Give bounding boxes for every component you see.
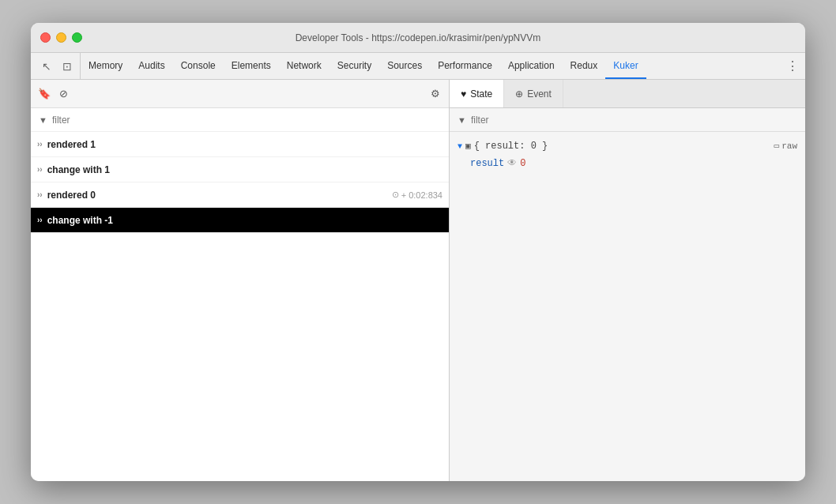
state-root-row: ▼ ▣ { result: 0 } ▭ raw	[458, 138, 797, 156]
log-entry-change-with-minus1[interactable]: ›› change with -1	[31, 208, 449, 233]
left-filter-bar: ▼	[31, 108, 449, 132]
nav-tabs: Memory Audits Console Elements Network S…	[81, 53, 780, 79]
left-filter-input[interactable]	[52, 115, 441, 126]
toolbar-icons-group: ↖ ⊡	[34, 53, 81, 79]
state-key-value: 0	[520, 156, 525, 173]
log-entry-name: change with 1	[47, 164, 442, 175]
tab-security[interactable]: Security	[330, 53, 379, 79]
expand-arrow: ››	[37, 190, 43, 199]
tab-console[interactable]: Console	[173, 53, 224, 79]
log-entry-rendered-1[interactable]: ›› rendered 1	[31, 132, 449, 157]
bookmark-icon[interactable]: 🔖	[37, 87, 51, 101]
main-content: 🔖 ⊘ ⚙ ▼ ›› rendered 1 ›› change with 1 ›…	[31, 80, 805, 481]
log-entry-time: ⊙ + 0:02:834	[392, 190, 442, 200]
right-panel-tabs: ♥ State ⊕ Event	[450, 80, 805, 108]
minimize-button[interactable]	[56, 32, 66, 43]
close-button[interactable]	[40, 32, 51, 43]
tab-application[interactable]: Application	[500, 53, 563, 79]
state-key-row: result 👁 0	[470, 156, 797, 173]
state-collapse-icon[interactable]: ▼	[458, 140, 462, 154]
state-nested-content: result 👁 0	[458, 156, 797, 173]
state-summary: { result: 0 }	[474, 138, 548, 156]
tab-kuker[interactable]: Kuker	[605, 53, 646, 79]
block-icon[interactable]: ⊘	[56, 87, 70, 101]
expand-arrow: ››	[37, 140, 43, 149]
right-panel: ♥ State ⊕ Event ▼ ▼ ▣ { result: 0 }	[450, 80, 805, 481]
right-filter-bar: ▼	[450, 108, 805, 132]
expand-arrow: ››	[37, 165, 43, 174]
devtools-toolbar: ↖ ⊡ Memory Audits Console Elements Netwo…	[31, 53, 805, 80]
state-key-name: result	[470, 156, 504, 173]
heart-icon: ♥	[461, 88, 466, 100]
state-object-icon: ▣	[465, 139, 471, 155]
tab-audits[interactable]: Audits	[130, 53, 172, 79]
tab-elements[interactable]: Elements	[224, 53, 279, 79]
filter-icon: ▼	[458, 115, 466, 125]
eye-icon: 👁	[507, 156, 517, 173]
devtools-window: Developer Tools - https://codepen.io/kra…	[31, 23, 805, 481]
tab-state[interactable]: ♥ State	[450, 80, 504, 107]
device-icon[interactable]: ⊡	[59, 58, 75, 74]
maximize-button[interactable]	[72, 32, 82, 43]
title-bar: Developer Tools - https://codepen.io/kra…	[31, 23, 805, 53]
tab-event[interactable]: ⊕ Event	[504, 80, 563, 107]
gear-icon[interactable]: ⚙	[428, 87, 442, 101]
right-filter-input[interactable]	[471, 115, 797, 126]
tab-network[interactable]: Network	[279, 53, 330, 79]
tab-memory[interactable]: Memory	[81, 53, 130, 79]
more-options-icon[interactable]: ⋮	[780, 53, 805, 79]
cursor-icon[interactable]: ↖	[39, 58, 55, 74]
expand-arrow: ››	[37, 216, 43, 224]
log-entry-name: rendered 0	[47, 190, 392, 201]
raw-icon: ▭	[774, 139, 780, 155]
log-entry-name: rendered 1	[47, 139, 442, 150]
log-entry-change-with-1[interactable]: ›› change with 1	[31, 157, 449, 182]
state-content: ▼ ▣ { result: 0 } ▭ raw result 👁 0	[450, 132, 805, 481]
raw-button[interactable]: ▭ raw	[774, 139, 797, 155]
log-entries-list: ›› rendered 1 ›› change with 1 ›› render…	[31, 132, 449, 481]
tab-state-label: State	[470, 88, 492, 100]
clock-icon: ⊙	[392, 190, 399, 200]
log-entry-name: change with -1	[47, 215, 442, 226]
left-panel-toolbar: 🔖 ⊘ ⚙	[31, 80, 449, 108]
filter-icon: ▼	[39, 115, 47, 125]
tab-event-label: Event	[527, 88, 552, 100]
tab-sources[interactable]: Sources	[379, 53, 430, 79]
window-title: Developer Tools - https://codepen.io/kra…	[296, 32, 541, 43]
window-controls	[40, 32, 82, 43]
tab-redux[interactable]: Redux	[563, 53, 606, 79]
tab-performance[interactable]: Performance	[430, 53, 500, 79]
circle-plus-icon: ⊕	[515, 88, 523, 100]
left-panel: 🔖 ⊘ ⚙ ▼ ›› rendered 1 ›› change with 1 ›…	[31, 80, 450, 481]
log-entry-rendered-0[interactable]: ›› rendered 0 ⊙ + 0:02:834	[31, 182, 449, 208]
